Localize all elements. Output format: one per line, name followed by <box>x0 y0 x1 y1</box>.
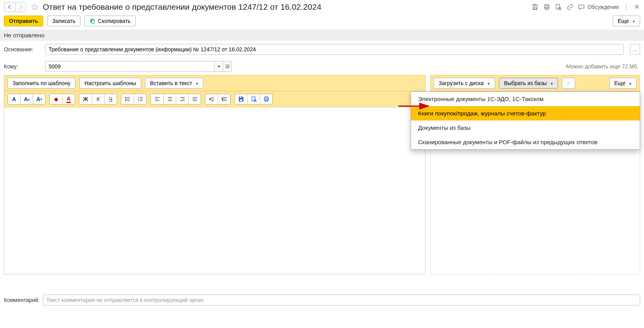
font-larger-icon[interactable]: A▴ <box>20 94 33 104</box>
preview-file-icon[interactable] <box>247 94 260 104</box>
more-button-top-label: Еще <box>618 18 629 24</box>
basis-more-button[interactable]: … <box>630 44 640 55</box>
outdent-icon[interactable] <box>205 94 218 104</box>
attachment-command-bar: Загрузить с диска Выбрать из базы Еще <box>430 75 640 91</box>
status-bar: Не отправлено <box>0 30 644 41</box>
nav-back-button[interactable] <box>4 2 15 12</box>
quota-text: Можно добавить еще 72 Мб. <box>566 63 640 70</box>
discussion-label: Обсуждение <box>587 4 619 10</box>
kebab-menu-icon[interactable]: ⋮ <box>623 3 629 11</box>
configure-templates-button[interactable]: Настроить шаблоны <box>79 78 141 89</box>
to-label: Кому: <box>4 63 41 70</box>
svg-rect-45 <box>252 97 255 101</box>
copy-button[interactable]: Скопировать <box>84 16 136 26</box>
basis-input-wrap <box>45 44 624 55</box>
attachment-more-label: Еще <box>614 80 626 86</box>
svg-marker-0 <box>32 4 38 10</box>
bullet-list-icon[interactable] <box>121 94 134 104</box>
insert-text-label: Вставить в текст <box>150 80 192 86</box>
svg-rect-9 <box>92 20 94 23</box>
load-from-disk-button[interactable]: Загрузить с диска <box>434 78 495 89</box>
svg-point-15 <box>125 100 126 101</box>
discussion-button[interactable]: Обсуждение <box>578 3 619 10</box>
nav-forward-button[interactable] <box>15 2 26 12</box>
svg-rect-6 <box>556 4 560 9</box>
to-dropdown-button[interactable]: ▾ <box>214 61 223 72</box>
send-button[interactable]: Отправить <box>4 16 43 26</box>
select-from-base-dropdown: Электронные документы 1С-ЭДО, 1С-Такском… <box>411 91 640 150</box>
underline-icon[interactable]: Ч <box>104 94 117 104</box>
svg-rect-2 <box>534 8 536 10</box>
align-left-icon[interactable] <box>151 94 163 104</box>
svg-rect-1 <box>534 4 536 6</box>
fill-template-label: Заполнить по шаблону <box>12 80 70 86</box>
font-normal-icon[interactable]: A <box>8 94 20 104</box>
copy-button-label: Скопировать <box>98 18 131 24</box>
link-icon[interactable] <box>566 3 574 11</box>
svg-marker-38 <box>209 98 210 100</box>
favorite-star-icon[interactable] <box>30 3 39 11</box>
highlight-color-icon[interactable]: A <box>62 94 75 104</box>
align-right-icon[interactable] <box>176 94 188 104</box>
print-file-icon[interactable] <box>260 94 272 104</box>
numbered-list-icon[interactable]: 123 <box>134 94 146 104</box>
fill-template-button[interactable]: Заполнить по шаблону <box>7 78 75 89</box>
svg-text:3: 3 <box>138 100 139 102</box>
svg-point-11 <box>125 97 126 98</box>
preview-icon[interactable] <box>555 3 562 11</box>
print-icon[interactable] <box>543 3 551 11</box>
menu-item-edo[interactable]: Электронные документы 1С-ЭДО, 1С-Такском <box>411 92 640 106</box>
comment-label: Комментарий: <box>4 297 40 303</box>
copy-icon <box>89 18 96 24</box>
svg-rect-43 <box>240 97 242 98</box>
select-from-base-label: Выбрать из базы <box>504 80 547 86</box>
to-input-wrap: ▾ <box>45 61 232 72</box>
svg-point-13 <box>125 99 126 99</box>
to-input[interactable] <box>46 61 214 72</box>
menu-item-scanned[interactable]: Сканированные документы и PDF-файлы из п… <box>411 135 640 149</box>
basis-input[interactable] <box>46 44 623 54</box>
attachment-more-button[interactable]: Еще <box>609 78 637 89</box>
save-button-label: Записать <box>52 18 75 24</box>
editor-area[interactable] <box>4 107 425 274</box>
align-justify-icon[interactable] <box>188 94 201 104</box>
status-text: Не отправлено <box>4 32 44 38</box>
nav-buttons <box>4 2 26 12</box>
basis-label: Основание: <box>4 46 41 52</box>
svg-marker-42 <box>222 98 223 100</box>
menu-item-docs[interactable]: Документы из базы <box>411 120 640 135</box>
menu-item-books[interactable]: Книги покупок/продаж, журналы счетов-фак… <box>411 106 640 120</box>
format-toolbar: A A▴ A▾ ◆ A Ж К Ч 123 <box>4 91 425 107</box>
load-from-disk-label: Загрузить с диска <box>439 80 484 86</box>
save-button[interactable]: Записать <box>47 16 80 26</box>
save-file-icon[interactable] <box>235 94 247 104</box>
configure-templates-label: Настроить шаблоны <box>84 80 136 86</box>
more-button-top[interactable]: Еще <box>613 16 640 26</box>
text-color-icon[interactable]: ◆ <box>50 94 62 104</box>
chat-icon <box>578 3 585 10</box>
select-from-base-button[interactable]: Выбрать из базы <box>499 78 558 89</box>
editor-command-bar: Заполнить по шаблону Настроить шаблоны В… <box>4 75 425 91</box>
italic-icon[interactable]: К <box>92 94 104 104</box>
close-icon[interactable]: ✕ <box>633 3 640 11</box>
comment-input[interactable] <box>43 295 640 305</box>
indent-icon[interactable] <box>218 94 230 104</box>
align-center-icon[interactable] <box>163 94 176 104</box>
page-title: Ответ на требование о представлении доку… <box>43 2 321 12</box>
edit-pen-button[interactable] <box>562 78 575 89</box>
to-open-button[interactable] <box>223 61 231 72</box>
pencil-icon <box>567 80 570 86</box>
save-disk-icon[interactable] <box>531 3 539 11</box>
font-smaller-icon[interactable]: A▾ <box>33 94 45 104</box>
svg-rect-44 <box>240 99 243 101</box>
insert-text-button[interactable]: Вставить в текст <box>145 78 203 89</box>
bold-icon[interactable]: Ж <box>79 94 92 104</box>
send-button-label: Отправить <box>9 18 38 24</box>
